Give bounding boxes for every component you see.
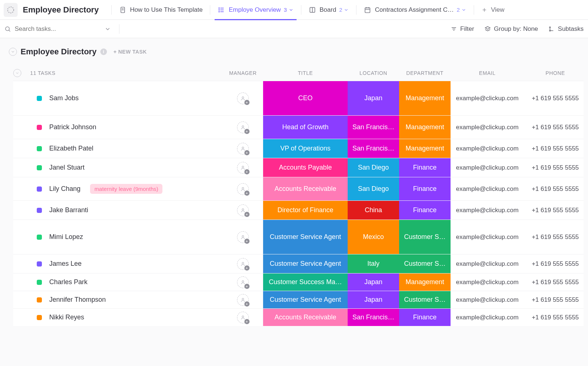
cell-title[interactable]: Director of Finance <box>263 201 348 220</box>
column-manager[interactable]: MANAGER <box>223 70 263 76</box>
tab-how-to-use-this-template[interactable]: How to Use This Template <box>116 0 206 20</box>
cell-email[interactable]: example@clickup.com <box>451 309 524 326</box>
cell-department[interactable]: Finance <box>399 158 451 177</box>
cell-title[interactable]: Accounts Payable <box>263 158 348 177</box>
table-row[interactable]: Jennifer Thompson+Customer Service Agent… <box>13 291 584 308</box>
cell-name[interactable]: James Lee <box>30 254 223 273</box>
cell-phone[interactable]: +1 619 555 5555 <box>524 201 587 220</box>
cell-title[interactable]: Customer Service Agent <box>263 254 348 273</box>
cell-manager[interactable]: + <box>223 116 263 139</box>
groupby-button[interactable]: Group by: None <box>484 25 538 33</box>
cell-location[interactable]: Japan <box>348 81 399 115</box>
tab-contractors-assignment-c[interactable]: Contractors Assignment C…2 <box>361 0 469 20</box>
tab-count[interactable]: 3 <box>284 7 293 13</box>
table-row[interactable]: James Lee+Customer Service AgentItalyCus… <box>13 254 584 273</box>
cell-department[interactable]: Finance <box>399 177 451 200</box>
cell-title[interactable]: Accounts Receivable <box>263 309 348 326</box>
cell-email[interactable]: example@clickup.com <box>451 291 524 308</box>
column-department[interactable]: DEPARTMENT <box>399 70 451 76</box>
cell-phone[interactable]: +1 619 555 5555 <box>524 220 587 254</box>
cell-name[interactable]: Sam Jobs <box>30 81 223 115</box>
cell-location[interactable]: Japan <box>348 273 399 291</box>
cell-location[interactable]: San Diego <box>348 177 399 200</box>
tab-employe-overview[interactable]: Employe Overview3 <box>215 0 296 20</box>
cell-title[interactable]: Head of Growth <box>263 116 348 139</box>
assign-manager-button[interactable]: + <box>237 258 249 270</box>
cell-manager[interactable]: + <box>223 273 263 291</box>
cell-department[interactable]: Management <box>399 81 451 115</box>
cell-title[interactable]: Customer Service Agent <box>263 291 348 308</box>
assign-manager-button[interactable]: + <box>237 162 249 174</box>
tab-count[interactable]: 2 <box>457 7 466 13</box>
assign-manager-button[interactable]: + <box>237 312 249 323</box>
assign-manager-button[interactable]: + <box>237 276 249 288</box>
cell-department[interactable]: Management <box>399 273 451 291</box>
cell-name[interactable]: Jake Barranti <box>30 201 223 220</box>
filter-button[interactable]: Filter <box>451 25 474 33</box>
cell-department[interactable]: Finance <box>399 201 451 220</box>
tab-board[interactable]: Board2 <box>306 0 352 20</box>
cell-manager[interactable]: + <box>223 158 263 177</box>
cell-name[interactable]: Elizabeth Patel <box>30 139 223 158</box>
chevron-down-icon[interactable] <box>104 26 111 32</box>
column-phone[interactable]: PHONE <box>524 70 587 76</box>
status-indicator[interactable] <box>37 96 42 101</box>
cell-email[interactable]: example@clickup.com <box>451 177 524 200</box>
cell-manager[interactable]: + <box>223 254 263 273</box>
cell-location[interactable]: San Francis… <box>348 116 399 139</box>
cell-name[interactable]: Patrick Johnson <box>30 116 223 139</box>
cell-department[interactable]: Customer S… <box>399 220 451 254</box>
assign-manager-button[interactable]: + <box>237 183 249 195</box>
cell-name[interactable]: Nikki Reyes <box>30 309 223 326</box>
cell-email[interactable]: example@clickup.com <box>451 116 524 139</box>
table-row[interactable]: Elizabeth Patel+VP of OperationsSan Fran… <box>13 139 584 158</box>
cell-location[interactable]: Mexico <box>348 220 399 254</box>
table-row[interactable]: Mimi Lopez+Customer Service AgentMexicoC… <box>13 220 584 254</box>
cell-location[interactable]: Italy <box>348 254 399 273</box>
cell-name[interactable]: Mimi Lopez <box>30 220 223 254</box>
cell-email[interactable]: example@clickup.com <box>451 81 524 115</box>
assign-manager-button[interactable]: + <box>237 122 249 133</box>
table-row[interactable]: Sam Jobs+CEOJapanManagementexample@click… <box>13 81 584 115</box>
status-indicator[interactable] <box>37 208 42 213</box>
cell-title[interactable]: Customer Service Agent <box>263 220 348 254</box>
cell-manager[interactable]: + <box>223 201 263 220</box>
cell-email[interactable]: example@clickup.com <box>451 139 524 158</box>
status-indicator[interactable] <box>37 297 42 302</box>
assign-manager-button[interactable]: + <box>237 93 249 104</box>
cell-location[interactable]: China <box>348 201 399 220</box>
cell-email[interactable]: example@clickup.com <box>451 201 524 220</box>
cell-email[interactable]: example@clickup.com <box>451 273 524 291</box>
cell-phone[interactable]: +1 619 555 5555 <box>524 158 587 177</box>
cell-department[interactable]: Customer S… <box>399 291 451 308</box>
column-email[interactable]: EMAIL <box>451 70 524 76</box>
status-indicator[interactable] <box>37 280 42 285</box>
table-row[interactable]: Nikki Reyes+Accounts ReceivableSan Franc… <box>13 308 584 326</box>
cell-phone[interactable]: +1 619 555 5555 <box>524 254 587 273</box>
status-indicator[interactable] <box>37 235 42 240</box>
cell-manager[interactable]: + <box>223 291 263 308</box>
cell-phone[interactable]: +1 619 555 5555 <box>524 273 587 291</box>
cell-phone[interactable]: +1 619 555 5555 <box>524 291 587 308</box>
new-task-button[interactable]: + NEW TASK <box>114 49 147 55</box>
collapse-list-button[interactable] <box>9 48 17 56</box>
add-view-button[interactable]: View <box>478 0 508 20</box>
search-box[interactable] <box>4 25 115 33</box>
cell-phone[interactable]: +1 619 555 5555 <box>524 116 587 139</box>
assign-manager-button[interactable]: + <box>237 294 249 306</box>
cell-name[interactable]: Lily Changmaternity leave (9months) <box>30 177 223 200</box>
cell-email[interactable]: example@clickup.com <box>451 220 524 254</box>
cell-title[interactable]: VP of Operations <box>263 139 348 158</box>
table-row[interactable]: Jake Barranti+Director of FinanceChinaFi… <box>13 200 584 220</box>
subtasks-button[interactable]: Subtasks <box>548 25 584 33</box>
cell-phone[interactable]: +1 619 555 5555 <box>524 139 587 158</box>
cell-department[interactable]: Management <box>399 116 451 139</box>
cell-phone[interactable]: +1 619 555 5555 <box>524 81 587 115</box>
cell-email[interactable]: example@clickup.com <box>451 158 524 177</box>
cell-location[interactable]: Japan <box>348 291 399 308</box>
search-input[interactable] <box>15 25 104 33</box>
cell-department[interactable]: Customer S… <box>399 254 451 273</box>
cell-manager[interactable]: + <box>223 139 263 158</box>
status-indicator[interactable] <box>37 315 42 320</box>
table-row[interactable]: Patrick Johnson+Head of GrowthSan Franci… <box>13 115 584 139</box>
